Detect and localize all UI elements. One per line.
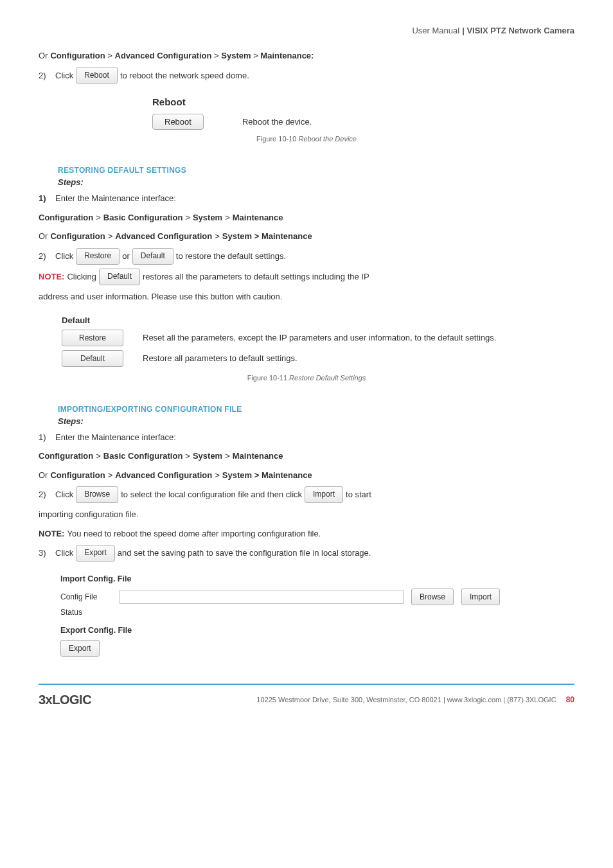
or: Or: [39, 468, 48, 483]
import-step2: 2) Click Browse to select the local conf…: [39, 486, 574, 503]
fig-num: Figure 10-11: [247, 374, 287, 382]
import-button[interactable]: Import: [461, 589, 500, 605]
browse-button[interactable]: Browse: [411, 589, 454, 605]
step-num: 1): [39, 430, 53, 445]
crumb: Configuration: [50, 468, 105, 483]
crumb: System: [221, 51, 251, 60]
restore-path1: Configuration > Basic Configuration > Sy…: [39, 210, 574, 225]
restore-button[interactable]: Restore: [62, 330, 123, 346]
crumb: Advanced Configuration: [115, 468, 212, 483]
text: importing configuration file.: [39, 507, 138, 522]
crumb: System > Maintenance: [222, 468, 312, 483]
crumb: Configuration: [39, 210, 93, 225]
text: Click: [55, 545, 73, 560]
crumb: Advanced Configuration: [115, 229, 212, 244]
import-step1: 1) Enter the Maintenance interface:: [39, 430, 574, 445]
reboot-button[interactable]: Reboot: [152, 114, 204, 130]
reboot-button-inline[interactable]: Reboot: [76, 67, 118, 84]
fig-title: Reboot the Device: [298, 135, 357, 143]
fig-title: Restore Default Settings: [289, 374, 366, 382]
default-row-restore: Restore Reset all the parameters, except…: [58, 328, 574, 348]
sep: >: [251, 51, 261, 60]
note-label: NOTE:: [39, 526, 64, 541]
text: and set the saving path to save the conf…: [118, 545, 371, 560]
crumb: Advanced Configuration: [115, 51, 212, 60]
text: Click: [55, 487, 73, 502]
import-note: NOTE: You need to reboot the speed dome …: [39, 526, 574, 541]
header-light: User Manual: [412, 26, 459, 35]
sep: >: [215, 468, 220, 483]
import-heading: IMPORTING/EXPORTING CONFIGURATION FILE: [58, 405, 574, 414]
crumb: Configuration: [39, 448, 93, 463]
default-button-inline[interactable]: Default: [132, 248, 173, 265]
default-panel-header: Default: [58, 313, 574, 328]
text: Reset all the parameters, except the IP …: [143, 333, 496, 342]
step-num: 2): [39, 249, 53, 263]
import-step2b: importing configuration file.: [39, 507, 574, 522]
restore-button-inline[interactable]: Restore: [76, 248, 120, 265]
restore-note-2: address and user information. Please use…: [39, 289, 574, 304]
logo: 3xLOGIC: [39, 693, 91, 707]
note-label: NOTE:: [39, 269, 64, 284]
export-button-inline[interactable]: Export: [76, 545, 115, 562]
sep: >: [225, 448, 230, 463]
config-file-input[interactable]: [120, 590, 404, 604]
text: Click: [55, 68, 73, 83]
text: You need to reboot the speed dome after …: [67, 526, 321, 541]
step-num: 3): [39, 545, 53, 560]
restore-step2: 2) Click Restore or Default to restore t…: [39, 248, 574, 265]
status-row: Status: [58, 607, 574, 618]
text: address and user information. Please use…: [39, 289, 282, 304]
export-row: Export: [58, 639, 574, 658]
import-button-inline[interactable]: Import: [305, 486, 343, 503]
restore-step1: 1) Enter the Maintenance interface:: [39, 191, 574, 206]
step-num: 2): [39, 68, 53, 83]
crumb: Maintenance: [233, 210, 283, 225]
import-path2: Or Configuration > Advanced Configuratio…: [39, 468, 574, 483]
restore-path2: Or Configuration > Advanced Configuratio…: [39, 229, 574, 244]
steps-label: Steps:: [58, 177, 574, 187]
default-button-inline-note[interactable]: Default: [99, 269, 140, 285]
text: to select the local configuration file a…: [121, 487, 302, 502]
crumb: Basic Configuration: [103, 448, 183, 463]
reboot-or-line: Or Configuration > Advanced Configuratio…: [39, 48, 574, 63]
default-button[interactable]: Default: [62, 350, 123, 367]
page-header: User Manual | VISIX PTZ Network Camera: [39, 26, 574, 35]
text: Enter the Maintenance interface:: [55, 191, 176, 206]
figure-caption-restore: Figure 10-11 Restore Default Settings: [39, 374, 574, 382]
import-config-header: Import Config. File: [58, 571, 574, 587]
sep: >: [215, 229, 220, 244]
default-panel: Default Restore Reset all the parameters…: [58, 313, 574, 369]
page-number: 80: [566, 695, 574, 704]
reboot-panel: Reboot Reboot Reboot the device.: [152, 96, 461, 130]
browse-button-inline[interactable]: Browse: [76, 486, 118, 503]
crumb: Configuration: [50, 229, 105, 244]
page-footer: 3xLOGIC 10225 Westmoor Drive, Suite 300,…: [39, 684, 574, 707]
sep: >: [96, 448, 101, 463]
restore-note-1: NOTE: Clicking Default restores all the …: [39, 269, 574, 285]
text: restores all the parameters to default s…: [143, 269, 369, 284]
sep: >: [225, 210, 230, 225]
text: to restore the default settings.: [176, 249, 286, 263]
or: Or: [39, 229, 48, 244]
text: Click: [55, 249, 73, 263]
crumb: Maintenance: [233, 448, 283, 463]
steps-label: Steps:: [58, 416, 574, 426]
status-label: Status: [60, 608, 112, 617]
or-text: Or: [39, 48, 48, 63]
reboot-panel-text: Reboot the device.: [242, 117, 312, 127]
text: or: [122, 249, 130, 263]
export-config-header: Export Config. File: [58, 622, 574, 639]
crumb: System: [193, 448, 222, 463]
default-row-default: Default Restore all parameters to defaul…: [58, 348, 574, 369]
export-button[interactable]: Export: [60, 640, 100, 657]
crumb: System > Maintenance: [222, 229, 312, 244]
sep: >: [211, 51, 221, 60]
text: Clicking: [67, 269, 96, 284]
figure-caption-reboot: Figure 10-10 Reboot the Device: [39, 135, 574, 143]
header-bold: | VISIX PTZ Network Camera: [462, 26, 574, 35]
sep: >: [96, 210, 101, 225]
reboot-panel-title: Reboot: [152, 96, 461, 107]
step-num: 1): [39, 191, 53, 206]
crumb: Maintenance:: [260, 51, 314, 60]
